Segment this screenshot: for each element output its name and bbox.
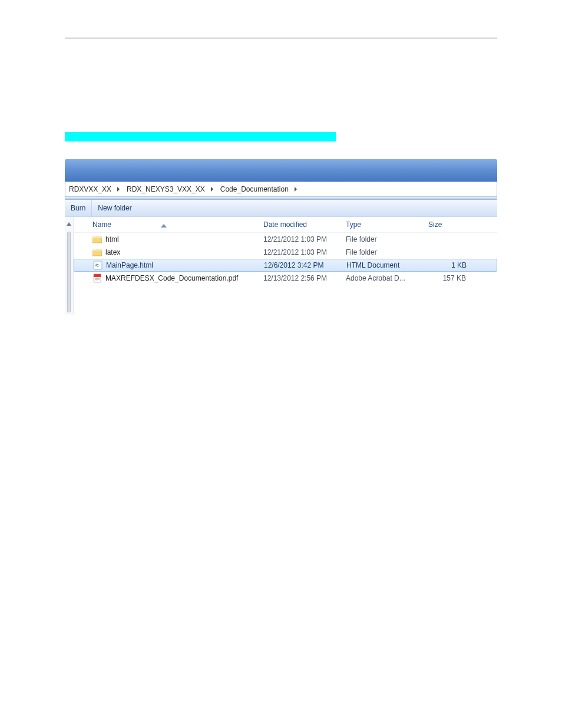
column-headers: Name Date modified Type Size	[74, 217, 497, 233]
svg-rect-11	[95, 281, 98, 281]
breadcrumb-item-mid[interactable]: RDX_NEXYS3_VXX_XX	[123, 185, 207, 193]
svg-rect-5	[94, 261, 102, 269]
list-item[interactable]: latex 12/21/2012 1:03 PM File folder	[74, 246, 497, 259]
explorer-window: RDXVXX_XX RDX_NEXYS3_VXX_XX Code_Documen…	[65, 159, 497, 312]
breadcrumb-item-current[interactable]: Code_Documentation	[217, 185, 291, 193]
svg-point-6	[95, 263, 97, 265]
svg-marker-0	[117, 187, 120, 192]
scrollbar-thumb[interactable]	[67, 232, 71, 312]
file-name: MainPage.html	[106, 261, 153, 269]
cyan-highlight-bar	[65, 132, 336, 141]
file-type: File folder	[333, 248, 415, 256]
list-item[interactable]: MAXREFDESX_Code_Documentation.pdf 12/13/…	[74, 272, 497, 285]
column-type[interactable]: Type	[333, 220, 415, 229]
chevron-right-icon[interactable]	[210, 187, 214, 192]
file-date: 12/13/2012 2:56 PM	[250, 274, 333, 282]
html-file-icon	[93, 261, 103, 270]
list-item[interactable]: html 12/21/2012 1:03 PM File folder	[74, 233, 497, 246]
svg-rect-9	[95, 278, 100, 279]
file-name: html	[105, 235, 119, 243]
column-name-label: Name	[92, 220, 111, 229]
file-name: MAXREFDESX_Code_Documentation.pdf	[105, 274, 238, 282]
list-item[interactable]: MainPage.html 12/6/2012 3:42 PM HTML Doc…	[74, 259, 497, 272]
window-titlebar[interactable]	[65, 159, 497, 182]
file-type: Adobe Acrobat D...	[333, 274, 415, 282]
svg-marker-3	[67, 222, 71, 226]
svg-marker-1	[211, 187, 213, 192]
chevron-right-icon[interactable]	[116, 187, 121, 192]
svg-rect-10	[95, 279, 100, 280]
file-size: 1 KB	[416, 261, 475, 269]
breadcrumb-item-root[interactable]: RDXVXX_XX	[65, 185, 114, 193]
file-type: File folder	[333, 235, 415, 243]
svg-marker-4	[161, 224, 167, 228]
file-date: 12/21/2012 1:03 PM	[250, 235, 333, 243]
file-size: 157 KB	[415, 274, 474, 282]
page-top-rule	[65, 38, 497, 38]
column-date[interactable]: Date modified	[250, 220, 333, 229]
breadcrumb-bar: RDXVXX_XX RDX_NEXYS3_VXX_XX Code_Documen…	[65, 182, 497, 197]
chevron-right-icon[interactable]	[293, 187, 298, 192]
new-folder-button[interactable]: New folder	[92, 200, 137, 216]
sort-ascending-icon	[161, 223, 167, 229]
file-date: 12/6/2012 3:42 PM	[251, 261, 333, 269]
svg-rect-8	[94, 274, 101, 277]
collapse-up-icon[interactable]	[67, 220, 71, 227]
pdf-file-icon	[92, 274, 102, 283]
file-type: HTML Document	[333, 261, 416, 269]
folder-icon	[92, 248, 102, 257]
file-date: 12/21/2012 1:03 PM	[250, 248, 333, 256]
nav-pane-sliver	[65, 217, 74, 315]
file-name: latex	[105, 248, 120, 256]
burn-button[interactable]: Burn	[65, 200, 92, 216]
folder-icon	[92, 235, 102, 244]
command-bar: Burn New folder	[65, 200, 497, 217]
column-name[interactable]: Name	[74, 220, 250, 229]
column-size[interactable]: Size	[415, 220, 474, 229]
svg-marker-2	[295, 187, 297, 192]
file-list: Name Date modified Type Size	[74, 217, 497, 315]
